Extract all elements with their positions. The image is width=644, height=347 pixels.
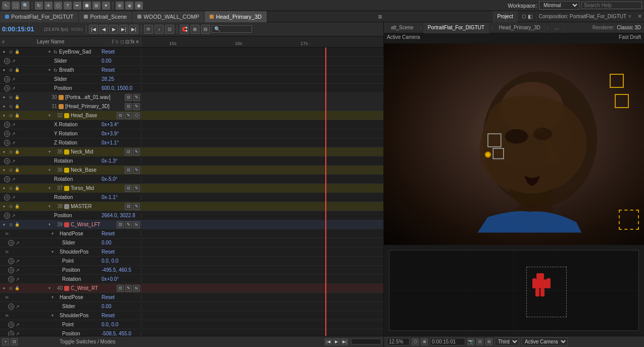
btn-35-edit[interactable]: ✎	[133, 148, 140, 156]
btn-skip-fwd[interactable]: ▶|	[341, 338, 348, 345]
solo-39[interactable]: ◎	[8, 222, 14, 228]
solo-31[interactable]: ◎	[8, 104, 14, 110]
tool-puppet[interactable]: ✦	[102, 2, 110, 10]
btn-30-edit[interactable]: ✎	[133, 94, 140, 101]
tool-zoom[interactable]: 🔍	[21, 2, 29, 10]
tool-clone[interactable]: ⊞	[92, 2, 101, 10]
eye-32[interactable]: ●	[1, 113, 7, 119]
sw-zrot[interactable]: ◷	[4, 140, 10, 146]
btn-36-edit[interactable]: ✎	[133, 167, 140, 174]
tool-move[interactable]: ✛	[44, 2, 53, 10]
expand-35[interactable]: ▾	[47, 150, 52, 155]
btn-ruler[interactable]: ⊟	[201, 25, 210, 34]
sw-breath-pos[interactable]: ◷	[4, 85, 10, 91]
expand-breath[interactable]: ▾	[47, 68, 52, 73]
btn-play[interactable]: ▶	[109, 25, 118, 34]
eye-35[interactable]: ●	[1, 149, 7, 155]
tool-extra3[interactable]: ◉	[135, 2, 143, 10]
tool-select[interactable]: ⬚	[12, 2, 20, 10]
sw-neckmid-rot[interactable]: ◷	[4, 158, 10, 164]
expand-36[interactable]: ▾	[47, 168, 52, 173]
eye-breath[interactable]: ●	[1, 67, 7, 73]
btn-36-switches[interactable]: ⊡	[125, 167, 132, 174]
btn-38-edit[interactable]: ✎	[133, 203, 140, 210]
btn-next-frame[interactable]: ▶|	[119, 25, 128, 34]
lock-32[interactable]: 🔒	[14, 113, 20, 119]
slider-playback[interactable]	[351, 338, 381, 344]
btn-skip-back[interactable]: |◀	[325, 338, 332, 345]
sw-rot-lft[interactable]: ◷	[8, 276, 14, 282]
tool-pen[interactable]: ✒	[73, 2, 81, 10]
btn-comp-settings[interactable]: ⊡	[11, 338, 18, 345]
eye-38[interactable]: ●	[1, 204, 7, 210]
sw-slider-rt[interactable]: ◷	[8, 304, 14, 310]
btn-close-comp[interactable]: ✕	[635, 13, 644, 20]
expand-32[interactable]: ▾	[47, 113, 52, 118]
eye-30[interactable]: ●	[1, 94, 7, 101]
btn-time[interactable]: 0:00:15:01	[430, 338, 465, 345]
timeline-body[interactable]: ● ◎ 🔒 ▾ fx EyeBrow_Sad Reset ◷ ↗	[0, 47, 383, 336]
viewport[interactable]: Active Camera Fast Draft	[384, 33, 644, 336]
expand-sp-rt[interactable]: ▾	[50, 313, 55, 318]
camera-select[interactable]: Active Camera	[521, 337, 568, 346]
tab-comp-icons[interactable]: ⬡◧	[518, 11, 537, 22]
expand-eyebrow[interactable]: ▾	[47, 49, 52, 55]
solo-37[interactable]: ◎	[8, 185, 14, 191]
sw-neckbase-rot[interactable]: ◷	[4, 176, 10, 182]
btn-loop[interactable]: ⟳	[144, 25, 153, 34]
sw-breath-slider[interactable]: ◷	[4, 76, 10, 82]
expand-handpose-lft[interactable]: ▾	[50, 231, 55, 236]
eye-36[interactable]: ●	[1, 167, 7, 173]
btn-30-switches[interactable]: ⊡	[125, 94, 132, 101]
btn-audio[interactable]: ♪	[155, 25, 164, 34]
lock-36[interactable]: 🔒	[14, 167, 20, 173]
expand-40[interactable]: ▾	[47, 286, 52, 291]
btn-39-edit[interactable]: ✎	[125, 221, 132, 228]
lock-eyebrow[interactable]: 🔒	[14, 49, 20, 55]
expand-sp-lft[interactable]: ▾	[50, 250, 55, 255]
breadcrumb-head[interactable]: Head_Primary_3D	[494, 22, 544, 33]
search-help-input[interactable]	[581, 2, 642, 9]
toggle-switches-label[interactable]: Toggle Switches / Modes	[60, 339, 116, 344]
tab-wood-wall[interactable]: WOOD_WALL_COMP	[132, 11, 205, 22]
solo-breath[interactable]: ◎	[8, 67, 14, 73]
lock-30[interactable]: 🔒	[14, 94, 20, 101]
sw-master-pos[interactable]: ◷	[4, 213, 10, 219]
btn-39-switches[interactable]: ⊡	[117, 221, 124, 228]
tab-menu-btn[interactable]: ≡	[374, 13, 386, 21]
lock-breath[interactable]: 🔒	[14, 67, 20, 73]
btn-32-edit[interactable]: ✎	[125, 112, 132, 119]
btn-40-edit[interactable]: ✎	[125, 285, 132, 292]
sw-hp-slider-lft[interactable]: ◷	[8, 240, 14, 246]
zoom-input[interactable]	[387, 338, 410, 345]
btn-snapshot[interactable]: 📷	[467, 338, 474, 345]
btn-grid[interactable]: ⊞	[190, 25, 200, 34]
btn-32-3d[interactable]: ⬡	[133, 112, 140, 119]
tool-rotate[interactable]: ↻	[35, 2, 43, 10]
btn-35-switches[interactable]: ⊡	[125, 148, 132, 156]
solo-30[interactable]: ◎	[8, 94, 14, 101]
btn-snap[interactable]: 🧲	[180, 25, 189, 34]
tool-camera[interactable]: ⬡	[54, 2, 62, 10]
expand-hp-rt[interactable]: ▾	[50, 295, 55, 300]
btn-40-switches[interactable]: ⊡	[117, 285, 124, 292]
btn-40-fx[interactable]: fx	[133, 285, 140, 292]
breadcrumb-more[interactable]: ...	[551, 22, 563, 33]
breadcrumb-alt-scene[interactable]: alt_Scene	[387, 22, 418, 33]
solo-eyebrow[interactable]: ◎	[8, 49, 14, 55]
expand-37[interactable]: ▾	[47, 186, 52, 191]
tool-extra1[interactable]: ⊕	[116, 2, 124, 10]
lock-39[interactable]: 🔒	[14, 222, 20, 228]
tab-portrait-scene[interactable]: Portrait_Scene	[79, 11, 132, 22]
breadcrumb-portrait[interactable]: PortraitFlat_For_DIGTUT	[424, 22, 489, 33]
btn-play-bottom[interactable]: ▶	[333, 338, 340, 345]
btn-add-layer[interactable]: +	[2, 338, 9, 345]
btn-38-switches[interactable]: ⊡	[125, 203, 132, 210]
tab-portrait-flat[interactable]: PortraitFlat_For_DIGTUT	[0, 11, 79, 22]
btn-31-edit[interactable]: ✎	[133, 103, 140, 110]
workspace-select[interactable]: Minimal	[539, 1, 579, 10]
expand-39[interactable]: ▾	[47, 222, 52, 227]
lock-31[interactable]: 🔒	[14, 104, 20, 110]
tool-extra2[interactable]: ◈	[125, 2, 133, 10]
btn-guides[interactable]: ⊟	[485, 338, 492, 345]
